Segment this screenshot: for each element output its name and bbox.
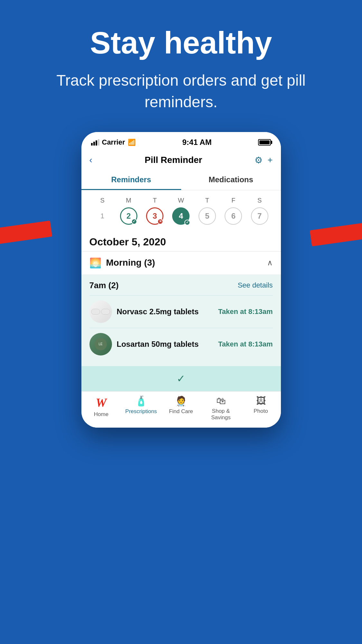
- med-image-1: [89, 300, 112, 323]
- date-4[interactable]: 4 ✓: [168, 207, 194, 225]
- status-time: 9:41 AM: [182, 138, 212, 147]
- day-m: M: [116, 197, 142, 204]
- day-w: W: [168, 197, 194, 204]
- chevron-up-icon: ∧: [267, 258, 273, 267]
- date-7[interactable]: 7: [246, 207, 273, 225]
- nav-photo-label: Photo: [254, 408, 268, 414]
- time-slot: 7am (2) See details Norvasc 2.5mg tablet…: [81, 275, 281, 366]
- check-dot-2: ✓: [131, 219, 137, 224]
- med-info-2: Losartan 50mg tablets: [117, 339, 213, 349]
- bottom-nav: W Home 🧴 Prescriptions 🧑‍⚕️ Find Care 🛍 …: [81, 391, 281, 428]
- signal-bar-3: [96, 140, 97, 146]
- nav-home-label: Home: [94, 411, 108, 418]
- hero-title: Stay healthy: [19, 26, 343, 60]
- med-info-1: Norvasc 2.5mg tablets: [117, 307, 213, 317]
- plus-icon[interactable]: +: [267, 155, 273, 165]
- checkmark-bar: ✓: [81, 366, 281, 391]
- signal-bar-1: [91, 143, 93, 146]
- day-t2: T: [194, 197, 220, 204]
- see-details-button[interactable]: See details: [238, 281, 273, 289]
- nav-find-care-label: Find Care: [169, 408, 193, 415]
- date-2[interactable]: 2 ✓: [116, 207, 142, 225]
- hero-section: Stay healthy Track prescription orders a…: [0, 0, 362, 126]
- nav-photo[interactable]: 🖼 Photo: [241, 395, 281, 421]
- nav-shop-savings[interactable]: 🛍 Shop & Savings: [201, 395, 241, 421]
- calendar-dates: 1 2 ✓ 3 ✕: [89, 207, 273, 225]
- status-bar: Carrier 📶 9:41 AM: [81, 132, 281, 150]
- prescriptions-icon: 🧴: [135, 395, 147, 407]
- day-f: F: [220, 197, 246, 204]
- med-item-1[interactable]: Norvasc 2.5mg tablets Taken at 8:13am: [89, 295, 273, 328]
- med-name-2: Losartan 50mg tablets: [117, 339, 213, 349]
- date-6[interactable]: 6: [220, 207, 246, 225]
- nav-find-care[interactable]: 🧑‍⚕️ Find Care: [161, 395, 201, 421]
- time-slot-header: 7am (2) See details: [89, 280, 273, 290]
- med-image-2: LE: [89, 333, 112, 355]
- battery-fill: [259, 140, 270, 144]
- morning-left: 🌅 Morning (3): [89, 257, 155, 269]
- morning-label: Morning (3): [106, 258, 155, 268]
- tab-medications[interactable]: Medications: [181, 170, 281, 190]
- phone-mockup: Carrier 📶 9:41 AM ‹ Pill Reminder ⚙ + Re…: [81, 132, 281, 428]
- home-icon: W: [96, 395, 107, 410]
- selected-date: October 5, 2020: [81, 231, 281, 251]
- tabs: Reminders Medications: [81, 170, 281, 190]
- day-t1: T: [142, 197, 168, 204]
- header-title: Pill Reminder: [145, 155, 202, 165]
- back-button[interactable]: ‹: [89, 155, 92, 165]
- signal-bar-2: [93, 142, 95, 146]
- time-label: 7am (2): [89, 280, 119, 290]
- med-status-2: Taken at 8:13am: [218, 340, 273, 349]
- carrier-label: Carrier: [102, 138, 125, 147]
- battery-icon: [258, 139, 271, 146]
- calendar-days-header: S M T W T F S: [89, 197, 273, 204]
- header-icons: ⚙ +: [255, 155, 273, 166]
- day-s2: S: [246, 197, 273, 204]
- check-dot-4: ✓: [184, 220, 190, 225]
- nav-prescriptions[interactable]: 🧴 Prescriptions: [121, 395, 161, 421]
- x-dot-3: ✕: [157, 219, 163, 224]
- wifi-icon: 📶: [128, 138, 136, 146]
- tab-reminders[interactable]: Reminders: [81, 170, 181, 190]
- status-left: Carrier 📶: [91, 138, 136, 147]
- gear-icon[interactable]: ⚙: [255, 155, 263, 166]
- med-item-2[interactable]: LE Losartan 50mg tablets Taken at 8:13am: [89, 328, 273, 360]
- day-s1: S: [89, 197, 116, 204]
- signal-bars: [91, 139, 99, 146]
- shop-savings-icon: 🛍: [216, 395, 226, 406]
- nav-home[interactable]: W Home: [81, 395, 121, 421]
- nav-prescriptions-label: Prescriptions: [125, 408, 157, 415]
- calendar: S M T W T F S 1 2 ✓: [81, 190, 281, 231]
- photo-icon: 🖼: [256, 395, 266, 406]
- date-5[interactable]: 5: [194, 207, 220, 225]
- sunrise-icon: 🌅: [89, 257, 101, 269]
- signal-bar-4: [98, 139, 99, 146]
- date-3[interactable]: 3 ✕: [142, 207, 168, 225]
- hero-subtitle: Track prescription orders and get pill r…: [19, 70, 343, 113]
- find-care-icon: 🧑‍⚕️: [175, 395, 187, 407]
- date-1[interactable]: 1: [89, 212, 116, 220]
- nav-shop-savings-label: Shop & Savings: [211, 408, 230, 421]
- med-name-1: Norvasc 2.5mg tablets: [117, 307, 213, 317]
- med-status-1: Taken at 8:13am: [218, 307, 273, 317]
- phone-container: Carrier 📶 9:41 AM ‹ Pill Reminder ⚙ + Re…: [0, 132, 362, 428]
- app-header: ‹ Pill Reminder ⚙ +: [81, 150, 281, 166]
- morning-section[interactable]: 🌅 Morning (3) ∧: [81, 251, 281, 275]
- checkmark-icon: ✓: [177, 373, 185, 384]
